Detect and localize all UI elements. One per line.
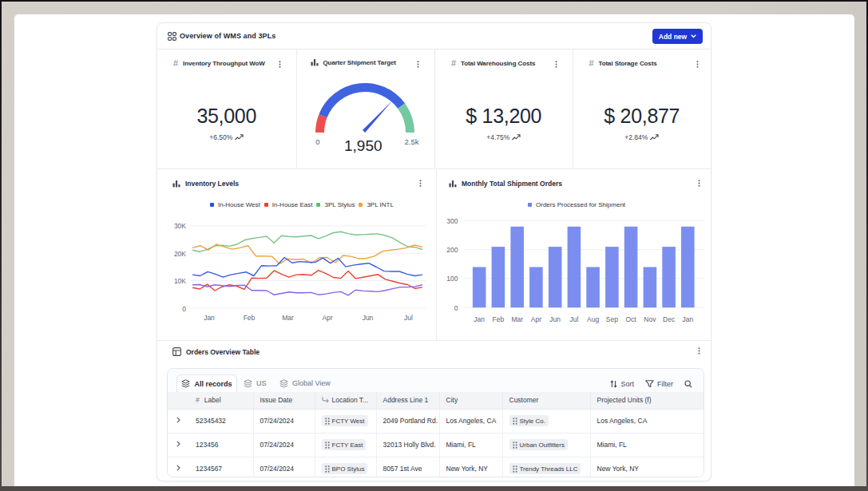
svg-text:Sep: Sep [606,315,618,323]
svg-text:0: 0 [182,305,186,313]
svg-text:Jun: Jun [363,314,374,322]
svg-text:Apr: Apr [531,315,541,323]
svg-text:Jul: Jul [569,315,578,323]
svg-text:Feb: Feb [244,314,256,322]
svg-text:200: 200 [446,246,458,254]
svg-text:300: 300 [446,217,458,225]
svg-text:Jul: Jul [404,314,413,322]
svg-text:Apr: Apr [322,314,332,322]
svg-text:20K: 20K [174,250,186,258]
svg-text:Jan: Jan [474,315,485,323]
svg-text:Mar: Mar [511,315,523,323]
svg-text:Dec: Dec [663,315,676,323]
svg-text:Oct: Oct [625,315,636,323]
svg-text:Jun: Jun [549,315,561,323]
svg-text:0: 0 [454,304,458,312]
svg-text:30K: 30K [174,222,186,230]
svg-text:Mar: Mar [282,314,294,322]
svg-text:Jan: Jan [682,315,693,323]
svg-text:Nov: Nov [644,315,656,323]
svg-text:100: 100 [446,275,458,283]
svg-text:Aug: Aug [587,315,599,323]
svg-text:Jan: Jan [204,314,215,322]
svg-text:10K: 10K [174,277,186,285]
svg-text:Feb: Feb [493,315,505,323]
